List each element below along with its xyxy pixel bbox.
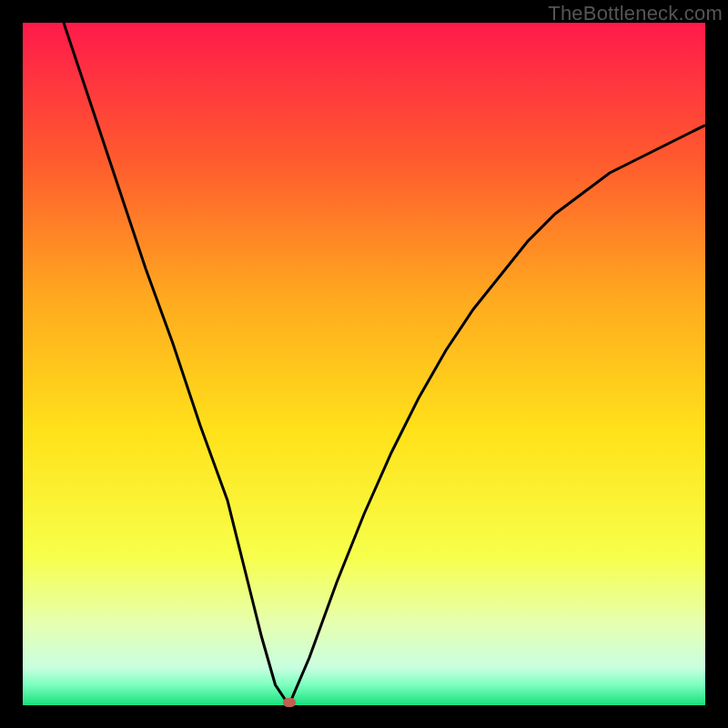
bottleneck-curve — [23, 23, 705, 705]
plot-area — [23, 23, 705, 705]
chart-frame: TheBottleneck.com — [0, 0, 728, 728]
curve-path — [64, 23, 705, 705]
watermark-text: TheBottleneck.com — [548, 2, 723, 25]
minimum-marker — [283, 698, 296, 707]
